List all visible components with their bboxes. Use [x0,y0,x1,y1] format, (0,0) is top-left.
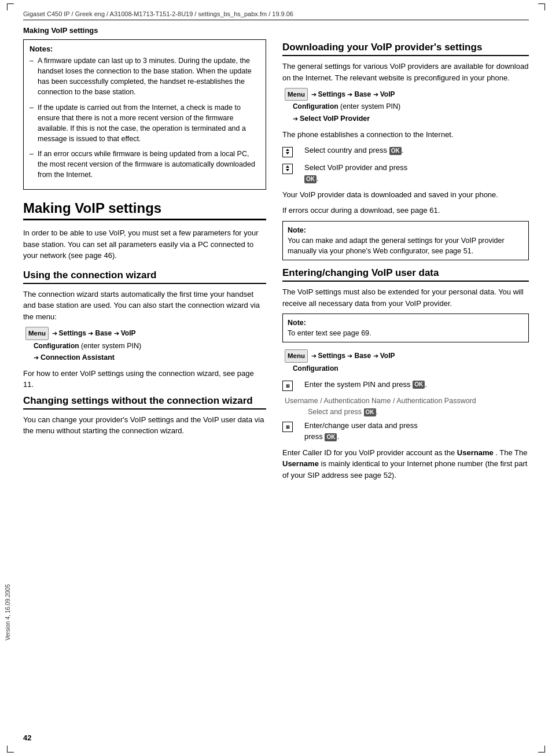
using-wizard-intro: The connection wizard starts automatical… [23,289,266,323]
entering-step2-ok: OK [325,433,337,441]
using-wizard-heading: Using the connection wizard [23,270,266,284]
svg-marker-1 [286,152,289,154]
footer-username-1: Username [457,448,494,457]
downloading-heading: Downloading your VoIP provider's setting… [282,42,529,56]
crop-mark-tr [538,3,545,10]
col-right: Downloading your VoIP provider's setting… [282,39,529,485]
username-label-block: Username / Authentication Name / Authent… [282,396,529,418]
crop-mark-bl [7,746,14,753]
notes-item-2: If the update is carried out from the In… [30,102,260,145]
keypad-icon-1: ⊞ [282,381,293,391]
wizard-footer: For how to enter VoIP settings using the… [23,368,266,390]
step1-row: Select country and press OK. [282,145,529,157]
changing-settings-intro: You can change your provider's VoIP sett… [23,414,266,437]
svg-marker-3 [286,169,289,171]
downloading-intro: The general settings for various VoIP pr… [282,61,529,83]
main-heading: Making VoIP settings [23,200,266,220]
step2-text: Select VoIP provider and press [304,163,407,172]
wizard-pin-note: (enter system PIN) [81,342,141,350]
step2-row: Select VoIP provider and press OK. [282,162,529,185]
saved-text: Your VoIP provider data is downloaded an… [282,189,529,201]
entering-step2-row: ⊞ Enter/change user data and press press… [282,420,529,442]
username-ok: OK [364,408,376,416]
username-action: Select and press [308,408,362,416]
keypad-icon-2: ⊞ [282,422,293,432]
page-container: Gigaset C450 IP / Greek eng / A31008-M17… [0,0,552,756]
entering-footer: Enter Caller ID for you VoIP provider ac… [282,447,529,481]
notes-item-1: A firmware update can last up to 3 minut… [30,56,260,98]
downloading-note-box: Note: You can make and adapt the general… [282,221,529,260]
nav-icon-1 [282,147,293,157]
svg-marker-0 [286,149,289,151]
downloading-menu-label: Menu [285,88,308,101]
step2-ok: OK [304,175,317,183]
crop-mark-tl [7,3,14,10]
downloading-menu-block: Menu ➔ Settings ➔ Base ➔ VoIP Configurat… [282,88,529,124]
entering-note-title: Note: [288,319,306,327]
entering-menu-block: Menu ➔ Settings ➔ Base ➔ VoIP Configurat… [282,349,529,374]
header-line: Gigaset C450 IP / Greek eng / A31008-M17… [23,10,529,20]
notes-item-3: If an error occurs while firmware is bei… [30,149,260,180]
username-label: Username / Authentication Name / Authent… [285,397,476,405]
main-intro: In order to be able to use VoIP, you mus… [23,227,266,261]
step1-ok: OK [389,147,402,155]
notes-box: Notes: A firmware update can last up to … [23,39,266,190]
error-text: If errors occur during a download, see p… [282,205,529,216]
notes-title: Notes: [30,45,260,53]
entering-note-text: To enter text see page 69. [288,329,371,337]
entering-step1-text: Enter the system PIN and press [304,380,411,389]
version-text: Version 4, 16.09.2005 [5,584,11,640]
crop-mark-br [538,746,545,753]
entering-note-box: Note: To enter text see page 69. [282,314,529,342]
step1-text: Select country and press [304,146,387,154]
connection-text: The phone establishes a connection to th… [282,129,529,141]
nav-icon-2 [282,164,293,174]
notes-list: A firmware update can last up to 3 minut… [30,56,260,180]
page-number: 42 [23,733,31,742]
header-text: Gigaset C450 IP / Greek eng / A31008-M17… [23,10,293,17]
entering-data-heading: Entering/changing VoIP user data [282,267,529,282]
downloading-note-text: You can make and adapt the general setti… [288,237,505,255]
entering-menu-label: Menu [285,349,308,362]
footer-username-2: Username [282,459,319,468]
downloading-note-title: Note: [288,226,306,234]
entering-step2-text: Enter/change user data and press [304,421,418,430]
select-voip-provider: Select VoIP Provider [300,115,370,123]
entering-step1-row: ⊞ Enter the system PIN and press OK. [282,379,529,392]
columns: Notes: A firmware update can last up to … [23,39,529,485]
top-section-heading: Making VoIP settings [23,26,529,35]
wizard-menu-block: Menu ➔ Settings ➔ Base ➔ VoIP Configurat… [23,327,266,363]
changing-settings-heading: Changing settings without the connection… [23,395,266,410]
col-left: Notes: A firmware update can last up to … [23,39,266,485]
entering-step1-ok: OK [413,381,425,389]
entering-data-intro: The VoIP settings must also be extended … [282,286,529,309]
svg-marker-2 [286,165,289,168]
connection-assistant: Connection Assistant [41,353,115,362]
wizard-menu-label: Menu [25,327,49,340]
